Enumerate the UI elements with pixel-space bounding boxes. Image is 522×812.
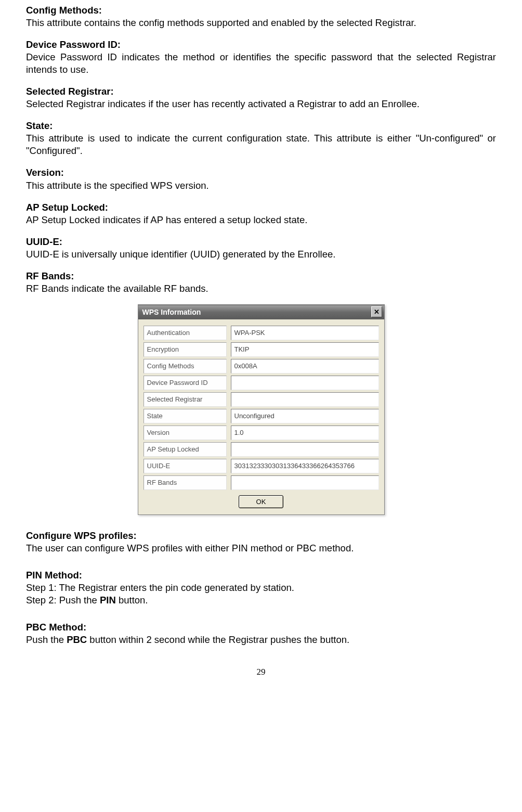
text-pbc-c: button within 2 second while the Registr… [87,634,349,645]
text-pin-step2b: PIN [100,595,116,605]
table-row: Encryption TKIP [143,342,379,357]
heading-version: Version: [26,166,496,179]
heading-uuid-e: UUID-E: [26,236,496,248]
text-pin-step2a: Step 2: Push the [26,595,100,605]
page-number: 29 [26,667,496,677]
table-row: Config Methods 0x008A [143,359,379,373]
heading-rf-bands: RF Bands: [26,270,496,282]
value-encryption: TKIP [231,342,379,357]
table-row: Selected Registrar [143,392,379,407]
table-row: Device Password ID [143,376,379,390]
table-row: AP Setup Locked [143,442,379,457]
value-rf-bands [231,475,379,490]
text-state: This attribute is used to indicate the c… [26,132,496,157]
value-selected-registrar [231,392,379,407]
value-version: 1.0 [231,426,379,440]
value-state: Unconfigured [231,409,379,423]
text-rf-bands: RF Bands indicate the available RF bands… [26,282,496,295]
text-ap-setup-locked: AP Setup Locked indicates if AP has ente… [26,214,496,226]
table-row: RF Bands [143,475,379,490]
table-row: State Unconfigured [143,409,379,423]
table-row: Authentication WPA-PSK [143,326,379,340]
label-selected-registrar: Selected Registrar [143,392,227,407]
value-config-methods: 0x008A [231,359,379,373]
text-pbc-a: Push the [26,634,67,645]
text-pbc-b: PBC [67,634,87,645]
text-pin-step1: Step 1: The Registrar enters the pin cod… [26,582,496,594]
text-pbc-method: Push the PBC button within 2 second whil… [26,634,496,646]
label-authentication: Authentication [143,326,227,340]
label-version: Version [143,426,227,440]
label-device-password-id: Device Password ID [143,376,227,390]
heading-pbc-method: PBC Method: [26,621,496,634]
heading-config-methods: Config Methods: [26,4,496,17]
heading-pin-method: PIN Method: [26,569,496,582]
value-authentication: WPA-PSK [231,326,379,340]
text-uuid-e: UUID-E is universally unique identifier … [26,248,496,261]
heading-ap-setup-locked: AP Setup Locked: [26,201,496,214]
text-configure-wps: The user can configure WPS profiles with… [26,542,496,555]
text-pin-step2: Step 2: Push the PIN button. [26,594,496,607]
dialog-titlebar[interactable]: WPS Information ✕ [138,305,384,319]
text-device-password-id: Device Password ID indicates the method … [26,51,496,76]
heading-device-password-id: Device Password ID: [26,38,496,51]
dialog-title: WPS Information [142,308,371,316]
text-config-methods: This attribute contains the config metho… [26,17,496,29]
label-ap-setup-locked: AP Setup Locked [143,442,227,457]
ok-button[interactable]: OK [239,495,283,508]
heading-state: State: [26,120,496,132]
value-uuid-e: 30313233303031336433366264353766 [231,459,379,473]
text-version: This attribute is the specified WPS vers… [26,179,496,192]
value-device-password-id [231,376,379,390]
text-selected-registrar: Selected Registrar indicates if the user… [26,98,496,110]
label-rf-bands: RF Bands [143,475,227,490]
table-row: UUID-E 30313233303031336433366264353766 [143,459,379,473]
heading-configure-wps: Configure WPS profiles: [26,530,496,542]
text-pin-step2c: button. [116,595,148,605]
table-row: Version 1.0 [143,426,379,440]
label-uuid-e: UUID-E [143,459,227,473]
dialog-body: Authentication WPA-PSK Encryption TKIP C… [138,319,384,514]
label-encryption: Encryption [143,342,227,357]
label-config-methods: Config Methods [143,359,227,373]
heading-selected-registrar: Selected Registrar: [26,85,496,98]
value-ap-setup-locked [231,442,379,457]
close-icon[interactable]: ✕ [371,306,382,317]
wps-information-dialog: WPS Information ✕ Authentication WPA-PSK… [138,304,385,515]
label-state: State [143,409,227,423]
